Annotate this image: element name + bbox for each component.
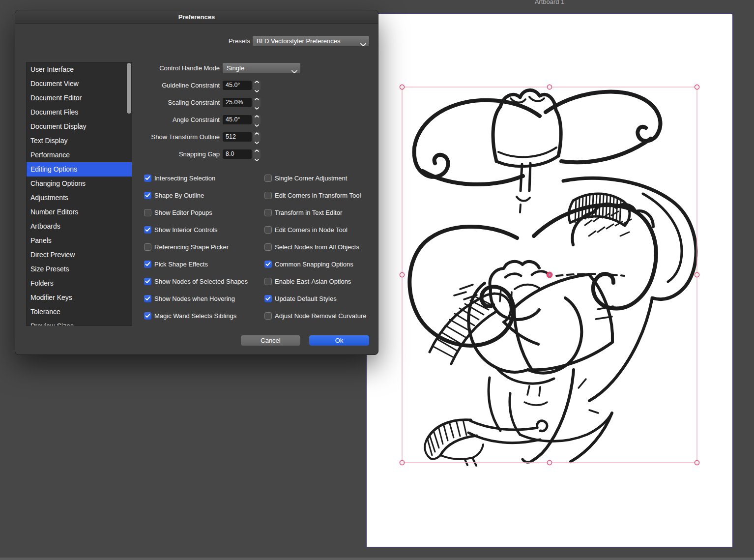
field-label-angle-constraint: Angle Constraint — [15, 115, 220, 125]
field-label-scaling-constraint: Scaling Constraint — [15, 97, 220, 108]
checkbox-label-show-nodes-of-selected-shapes: Show Nodes of Selected Shapes — [154, 278, 248, 285]
field-row-control-handle-mode: Control Handle ModeSingle — [15, 63, 379, 73]
checkbox-update-default-styles[interactable] — [264, 295, 272, 302]
field-label-show-transform-outline: Show Transform Outline — [15, 132, 220, 142]
sidebar-item-editing-options[interactable]: Editing Options — [27, 162, 132, 177]
field-row-scaling-constraint: Scaling Constraint25.0% — [15, 97, 379, 108]
selection-center-point[interactable] — [547, 272, 553, 278]
checkbox-label-single-corner-adjustment: Single Corner Adjustment — [275, 175, 347, 182]
show-transform-outline-stepper[interactable] — [253, 132, 261, 142]
checkmark-icon — [145, 279, 150, 284]
sidebar-item-adjustments[interactable]: Adjustments — [27, 191, 132, 205]
character-ink — [409, 90, 696, 466]
chevron-down-icon — [291, 66, 297, 73]
field-row-angle-constraint: Angle Constraint45.0° — [15, 115, 379, 125]
character-drawing[interactable] — [367, 14, 733, 548]
sidebar-item-number-editors[interactable]: Number Editors — [27, 205, 132, 219]
field-row-show-transform-outline: Show Transform Outline512 — [15, 132, 379, 142]
presets-dropdown[interactable]: BLD Vectorstyler Preferences — [253, 36, 369, 46]
presets-value: BLD Vectorstyler Preferences — [257, 37, 341, 45]
checkmark-icon — [265, 296, 271, 301]
checkbox-row-magic-wand-selects-siblings: Magic Wand Selects Siblings — [144, 312, 262, 320]
checkbox-show-nodes-of-selected-shapes[interactable] — [144, 278, 151, 285]
stepper-up-icon[interactable] — [255, 145, 259, 154]
stepper-up-icon[interactable] — [255, 93, 259, 102]
stepper-up-icon[interactable] — [255, 111, 259, 119]
scaling-constraint-stepper[interactable] — [253, 98, 261, 107]
checkbox-label-referencing-shape-picker: Referencing Shape Picker — [154, 243, 229, 251]
sidebar-item-direct-preview[interactable]: Direct Preview — [27, 248, 132, 262]
sidebar-item-tolerance[interactable]: Tolerance — [27, 305, 132, 319]
checkbox-edit-corners-in-transform-tool[interactable] — [264, 192, 272, 199]
stepper-up-icon[interactable] — [255, 128, 259, 137]
sidebar-item-panels[interactable]: Panels — [27, 234, 132, 248]
checkbox-edit-corners-in-node-tool[interactable] — [264, 226, 272, 234]
checkmark-icon — [145, 262, 150, 266]
field-label-guideline-constraint: Guideline Constraint — [15, 80, 220, 90]
checkbox-show-editor-popups[interactable] — [144, 209, 151, 216]
show-transform-outline-input[interactable]: 512 — [223, 132, 252, 142]
angle-constraint-input[interactable]: 45.0° — [223, 115, 252, 124]
checkbox-common-snapping-options[interactable] — [264, 261, 272, 268]
chevron-down-icon — [360, 39, 366, 46]
guideline-constraint-input[interactable]: 45.0° — [223, 81, 252, 90]
checkbox-single-corner-adjustment[interactable] — [264, 175, 272, 182]
dropdown-value: Single — [227, 64, 244, 72]
checkbox-label-shape-by-outline: Shape By Outline — [154, 192, 204, 199]
checkbox-label-magic-wand-selects-siblings: Magic Wand Selects Siblings — [154, 312, 236, 320]
checkbox-referencing-shape-picker[interactable] — [144, 243, 151, 251]
checkbox-row-shape-by-outline: Shape By Outline — [144, 192, 262, 200]
dialog-title: Preferences — [178, 13, 215, 21]
checkbox-show-interior-controls[interactable] — [144, 226, 151, 234]
sidebar-item-size-presets[interactable]: Size Presets — [27, 262, 132, 276]
checkbox-select-nodes-from-all-objects[interactable] — [264, 243, 272, 251]
checkbox-label-update-default-styles: Update Default Styles — [275, 295, 337, 302]
cancel-button[interactable]: Cancel — [241, 335, 300, 346]
checkbox-row-referencing-shape-picker: Referencing Shape Picker — [144, 243, 262, 251]
checkbox-label-edit-corners-in-transform-tool: Edit Corners in Transform Tool — [275, 192, 361, 199]
guideline-constraint-stepper[interactable] — [253, 81, 261, 90]
checkbox-label-intersecting-selection: Intersecting Selection — [154, 175, 215, 182]
checkmark-icon — [145, 296, 150, 301]
stepper-down-icon[interactable] — [255, 154, 259, 163]
checkbox-enable-east-asian-options[interactable] — [264, 278, 272, 285]
snapping-gap-input[interactable]: 8.0 — [223, 149, 252, 159]
checkmark-icon — [145, 176, 150, 180]
angle-constraint-stepper[interactable] — [253, 115, 261, 124]
sidebar-item-folders[interactable]: Folders — [27, 276, 132, 291]
control-handle-mode-dropdown[interactable]: Single — [223, 63, 300, 73]
stepper-up-icon[interactable] — [255, 76, 259, 85]
checkbox-label-show-interior-controls: Show Interior Controls — [154, 226, 218, 234]
checkbox-transform-in-text-editor[interactable] — [264, 209, 272, 216]
checkbox-pick-shape-effects[interactable] — [144, 261, 151, 268]
checkbox-row-show-nodes-of-selected-shapes: Show Nodes of Selected Shapes — [144, 278, 262, 286]
window-bottom-edge — [0, 558, 754, 560]
checkbox-row-show-nodes-when-hovering: Show Nodes when Hovering — [144, 295, 262, 303]
checkbox-intersecting-selection[interactable] — [144, 175, 151, 182]
checkbox-shape-by-outline[interactable] — [144, 192, 151, 199]
checkbox-row-pick-shape-effects: Pick Shape Effects — [144, 261, 262, 268]
checkbox-row-select-nodes-from-all-objects: Select Nodes from All Objects — [264, 243, 382, 251]
sidebar-item-artboards[interactable]: Artboards — [27, 219, 132, 234]
checkbox-adjust-node-removal-curvature[interactable] — [264, 312, 272, 320]
checkmark-icon — [145, 314, 150, 318]
checkbox-row-edit-corners-in-node-tool: Edit Corners in Node Tool — [264, 226, 382, 234]
preferences-dialog: Preferences Presets BLD Vectorstyler Pre… — [15, 10, 378, 355]
sidebar-item-changing-options[interactable]: Changing Options — [27, 177, 132, 191]
ok-button[interactable]: Ok — [309, 335, 369, 346]
scaling-constraint-input[interactable]: 25.0% — [223, 98, 252, 107]
artboard-label: Artboard 1 — [515, 0, 584, 5]
sidebar-item-preview-sizes[interactable]: Preview Sizes — [27, 319, 132, 326]
checkbox-row-transform-in-text-editor: Transform in Text Editor — [264, 209, 382, 217]
snapping-gap-stepper[interactable] — [253, 149, 261, 159]
sidebar-item-modifier-keys[interactable]: Modifier Keys — [27, 291, 132, 305]
checkbox-label-show-nodes-when-hovering: Show Nodes when Hovering — [154, 295, 235, 302]
dialog-titlebar[interactable]: Preferences — [15, 10, 378, 24]
checkbox-magic-wand-selects-siblings[interactable] — [144, 312, 151, 320]
artboard[interactable] — [366, 13, 733, 547]
checkbox-label-adjust-node-removal-curvature: Adjust Node Removal Curvature — [275, 312, 366, 320]
field-label-control-handle-mode: Control Handle Mode — [15, 63, 220, 73]
checkbox-row-update-default-styles: Update Default Styles — [264, 295, 382, 303]
checkbox-label-show-editor-popups: Show Editor Popups — [154, 209, 212, 216]
checkbox-show-nodes-when-hovering[interactable] — [144, 295, 151, 302]
